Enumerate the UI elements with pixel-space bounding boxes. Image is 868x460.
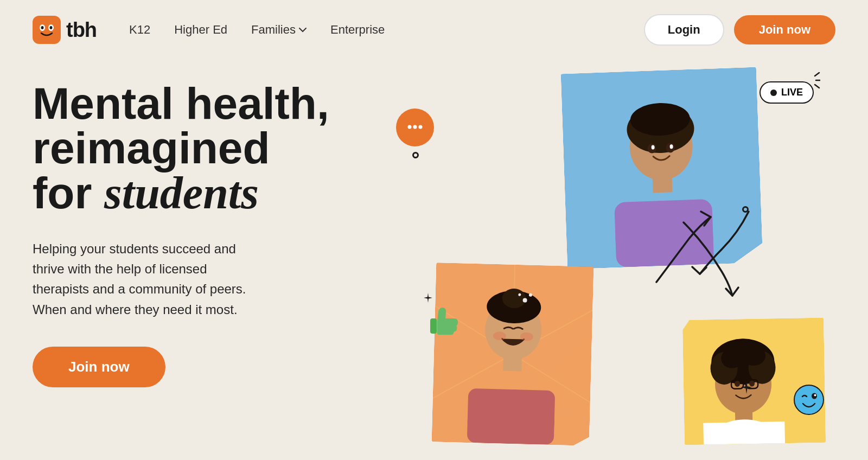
login-button[interactable]: Login	[644, 14, 724, 46]
chevron-down-icon	[299, 28, 307, 33]
nav-actions: Login Join now	[644, 14, 835, 46]
person-female-illustration	[432, 263, 594, 445]
hero-subtext: Helping your students succeed and thrive…	[33, 239, 260, 320]
nav-links: K12 Higher Ed Families Enterprise	[129, 23, 644, 37]
nav-item-higher-ed[interactable]: Higher Ed	[174, 23, 227, 37]
chat-bubble-badge	[396, 108, 434, 146]
photo-card-yellow	[682, 318, 826, 445]
sparkle-lines-live	[788, 71, 820, 103]
svg-point-4	[50, 26, 53, 29]
smiley-face-badge	[793, 384, 825, 422]
svg-point-52	[419, 125, 423, 129]
svg-rect-28	[467, 388, 556, 445]
hero-collage: LIVE	[380, 60, 868, 460]
person-glasses-illustration	[682, 318, 826, 445]
svg-point-50	[408, 125, 412, 129]
deco-dot-1	[412, 152, 419, 158]
thumbs-up-badge	[427, 303, 460, 343]
hero-section: Mental health, reimagined for students H…	[0, 60, 868, 460]
tbh-logo-icon	[33, 16, 61, 44]
svg-rect-10	[653, 176, 673, 193]
sparkle-small	[423, 293, 433, 303]
nav-item-enterprise[interactable]: Enterprise	[330, 23, 385, 37]
svg-point-51	[413, 125, 417, 129]
svg-rect-43	[703, 421, 785, 445]
nav-item-families[interactable]: Families	[251, 23, 307, 37]
logo-text: tbh	[66, 18, 97, 42]
join-now-button-hero[interactable]: Join now	[33, 347, 165, 387]
join-now-button-nav[interactable]: Join now	[734, 15, 835, 44]
doodle-arrows	[640, 195, 776, 304]
logo-area[interactable]: tbh	[33, 16, 97, 44]
svg-point-57	[794, 385, 824, 414]
svg-line-53	[815, 73, 819, 76]
svg-point-58	[812, 393, 817, 399]
svg-point-59	[814, 394, 816, 397]
sparkle-star	[739, 380, 754, 395]
hero-left: Mental health, reimagined for students H…	[33, 60, 369, 460]
live-dot	[770, 90, 777, 96]
svg-rect-26	[503, 356, 522, 372]
navbar: tbh K12 Higher Ed Families Enterprise Lo…	[0, 0, 868, 60]
svg-rect-0	[33, 16, 61, 44]
svg-rect-56	[430, 318, 437, 334]
svg-line-55	[815, 85, 819, 88]
photo-card-orange	[432, 263, 594, 445]
nav-item-k12[interactable]: K12	[129, 23, 150, 37]
hero-heading: Mental health, reimagined for students	[33, 81, 369, 216]
svg-point-3	[41, 26, 44, 29]
